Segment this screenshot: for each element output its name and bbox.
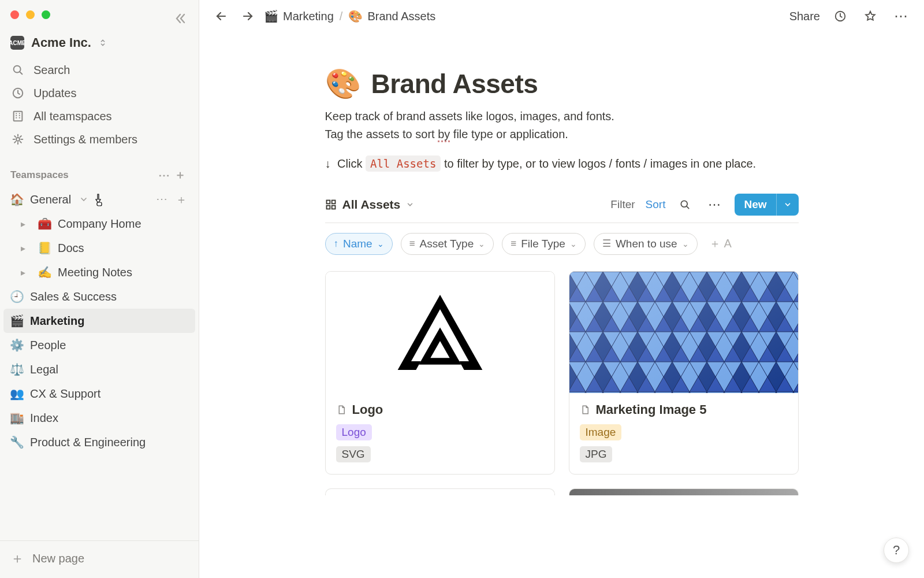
caret-right-icon[interactable]: ▸ bbox=[21, 267, 30, 278]
breadcrumb-brand-assets[interactable]: 🎨 Brand Assets bbox=[348, 9, 435, 23]
teamspace-label: General bbox=[30, 193, 71, 206]
penrose-triangle-icon bbox=[391, 289, 489, 376]
maximize-window-icon[interactable] bbox=[42, 10, 50, 19]
pill-asset-type: Image bbox=[580, 424, 622, 440]
gallery-card-peek[interactable] bbox=[325, 488, 555, 495]
sidebar-search[interactable]: Search bbox=[6, 58, 193, 81]
svg-rect-8 bbox=[326, 206, 330, 209]
chevron-down-icon bbox=[406, 201, 414, 209]
teamspace-label: Product & Engineering bbox=[30, 436, 146, 449]
new-page-label: New page bbox=[32, 552, 84, 565]
sidebar-settings-label: Settings & members bbox=[33, 133, 137, 146]
add-property-button[interactable]: ＋ A bbox=[706, 232, 735, 255]
page-description-line1: Keep track of brand assets like logos, i… bbox=[325, 110, 614, 123]
people-gear-icon: ⚙️ bbox=[9, 338, 24, 352]
teamspace-people[interactable]: ⚙️ People bbox=[3, 333, 195, 357]
view-tab-all-assets[interactable]: All Assets bbox=[325, 198, 415, 212]
search-database-button[interactable] bbox=[676, 195, 694, 214]
forward-button[interactable] bbox=[237, 6, 258, 27]
page-content: 🎨 Brand Assets Keep track of brand asset… bbox=[199, 32, 924, 578]
teamspace-cx-support[interactable]: 👥 CX & Support bbox=[3, 381, 195, 406]
chip-label: When to use bbox=[616, 238, 677, 250]
sidebar: ACME Acme Inc. Search Updates All teamsp… bbox=[0, 0, 199, 578]
page-description-line2b: file type or application. bbox=[450, 128, 568, 140]
page-tip-b: to filter by type, or to view logos / fo… bbox=[441, 157, 756, 170]
pill-file-type: SVG bbox=[336, 446, 371, 462]
chevron-down-icon: ⌄ bbox=[478, 239, 485, 249]
clapper-icon: 🎬 bbox=[264, 9, 278, 23]
plus-icon: ＋ bbox=[709, 236, 721, 251]
sort-chip-name[interactable]: ↑ Name ⌄ bbox=[325, 233, 393, 255]
chevron-down-icon bbox=[79, 195, 88, 204]
sidebar-all-teamspaces-label: All teamspaces bbox=[33, 110, 112, 123]
prop-chip-when-to-use[interactable]: ☰ When to use ⌄ bbox=[594, 233, 698, 255]
sidebar-page-docs[interactable]: ▸ 📒 Docs bbox=[15, 236, 195, 260]
page-title-text[interactable]: Brand Assets bbox=[371, 68, 538, 99]
chip-label: Asset Type bbox=[420, 238, 474, 250]
page-label: Meeting Notes bbox=[58, 266, 132, 279]
chevron-down-icon: ⌄ bbox=[377, 239, 384, 249]
new-item-dropdown[interactable] bbox=[776, 194, 799, 216]
help-button[interactable]: ? bbox=[884, 538, 909, 563]
caret-right-icon[interactable]: ▸ bbox=[21, 243, 30, 254]
teamspace-sales-success[interactable]: 🕘 Sales & Success bbox=[3, 284, 195, 309]
caret-right-icon[interactable]: ▸ bbox=[21, 218, 30, 229]
window-controls bbox=[0, 0, 199, 19]
page-tip[interactable]: ↓ Click All Assets to filter by type, or… bbox=[325, 155, 799, 173]
sidebar-updates[interactable]: Updates bbox=[6, 81, 193, 105]
breadcrumb: 🎬 Marketing / 🎨 Brand Assets bbox=[264, 9, 435, 23]
gallery-card-marketing-image-5[interactable]: Marketing Image 5 Image JPG bbox=[569, 271, 799, 475]
clock-icon bbox=[10, 87, 25, 99]
sidebar-settings-members[interactable]: Settings & members bbox=[6, 128, 193, 151]
gallery: Logo Logo SVG bbox=[325, 271, 799, 475]
view-options-button[interactable]: ⋯ bbox=[705, 194, 724, 216]
teamspace-marketing[interactable]: 🎬 Marketing bbox=[3, 309, 195, 333]
teamspace-product-eng[interactable]: 🔧 Product & Engineering bbox=[3, 430, 195, 454]
sidebar-page-company-home[interactable]: ▸ 🧰 Company Home bbox=[15, 212, 195, 236]
pill-asset-type: Logo bbox=[336, 424, 372, 440]
teamspace-list: 🏠 General ⋯ ＋ ▸ 🧰 Company Home ▸ 📒 Docs bbox=[0, 187, 199, 454]
page-title[interactable]: 🎨 Brand Assets bbox=[325, 67, 799, 101]
share-button[interactable]: Share bbox=[789, 10, 820, 23]
history-icon: 🕘 bbox=[9, 290, 24, 303]
sidebar-page-meeting-notes[interactable]: ▸ ✍️ Meeting Notes bbox=[15, 260, 195, 284]
breadcrumb-label: Brand Assets bbox=[367, 10, 435, 23]
svg-rect-7 bbox=[331, 201, 335, 204]
favorite-button[interactable] bbox=[860, 6, 880, 26]
gallery-card-peek[interactable] bbox=[569, 488, 799, 495]
property-bar: ↑ Name ⌄ ≡ Asset Type ⌄ ≡ File Type ⌄ bbox=[325, 223, 799, 260]
new-item-label: New bbox=[735, 194, 776, 216]
sort-button[interactable]: Sort bbox=[646, 198, 666, 211]
new-item-button[interactable]: New bbox=[735, 194, 798, 216]
updates-button[interactable] bbox=[830, 6, 850, 26]
teamspace-add-page-button[interactable]: ＋ bbox=[173, 191, 189, 209]
breadcrumb-marketing[interactable]: 🎬 Marketing bbox=[264, 9, 334, 23]
sidebar-nav: Search Updates All teamspaces Settings &… bbox=[0, 56, 199, 159]
teamspace-index[interactable]: 🏬 Index bbox=[3, 406, 195, 430]
prop-chip-asset-type[interactable]: ≡ Asset Type ⌄ bbox=[401, 233, 494, 255]
teamspaces-add-button[interactable]: ＋ bbox=[172, 165, 188, 185]
workspace-switcher[interactable]: ACME Acme Inc. bbox=[0, 19, 199, 56]
new-page-button[interactable]: ＋ New page bbox=[0, 540, 199, 578]
svg-rect-9 bbox=[331, 206, 335, 209]
building-icon bbox=[10, 110, 25, 123]
gallery-card-logo[interactable]: Logo Logo SVG bbox=[325, 271, 555, 475]
sidebar-all-teamspaces[interactable]: All teamspaces bbox=[6, 105, 193, 128]
prop-chip-file-type[interactable]: ≡ File Type ⌄ bbox=[502, 233, 586, 255]
collapse-sidebar-button[interactable] bbox=[170, 8, 191, 29]
page-more-button[interactable]: ⋯ bbox=[891, 5, 912, 28]
close-window-icon[interactable] bbox=[10, 10, 19, 19]
teamspaces-more-button[interactable]: ⋯ bbox=[156, 166, 172, 184]
teamspace-general[interactable]: 🏠 General ⋯ ＋ bbox=[3, 187, 195, 212]
filter-button[interactable]: Filter bbox=[610, 198, 635, 211]
teamspace-more-button[interactable]: ⋯ bbox=[154, 191, 170, 209]
page-label: Docs bbox=[58, 242, 84, 255]
back-button[interactable] bbox=[211, 6, 232, 27]
text-icon: ☰ bbox=[602, 238, 611, 250]
breadcrumb-separator: / bbox=[340, 10, 343, 23]
page-icon[interactable]: 🎨 bbox=[325, 67, 361, 101]
page-description[interactable]: Keep track of brand assets like logos, i… bbox=[325, 108, 799, 143]
minimize-window-icon[interactable] bbox=[26, 10, 35, 19]
wrench-icon: 🔧 bbox=[9, 435, 24, 449]
teamspace-legal[interactable]: ⚖️ Legal bbox=[3, 357, 195, 381]
